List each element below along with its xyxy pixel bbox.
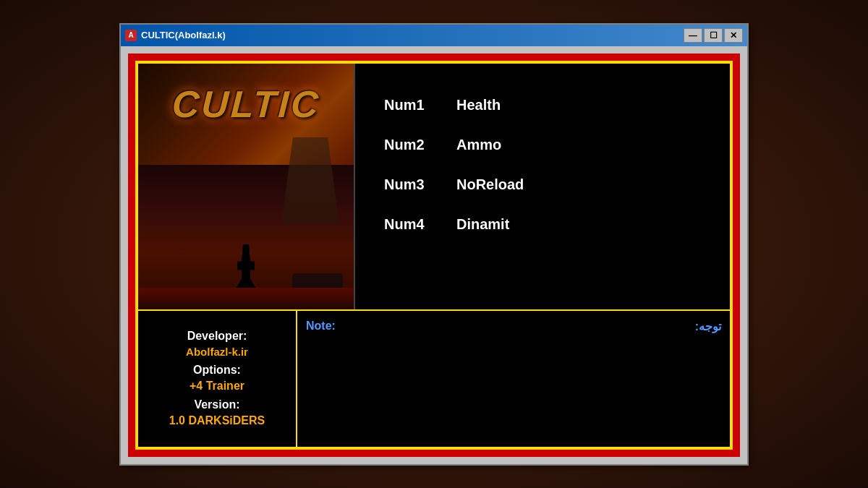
outer-border: CULTIC Num1 [128,53,740,457]
action-noreload: NoReload [456,176,524,193]
key-num4: Num4 [384,216,456,233]
note-panel: Note: توجه: [297,311,730,447]
game-logo: CULTIC [171,85,321,123]
close-button[interactable]: ✕ [724,28,743,43]
minimize-button[interactable]: — [684,28,702,43]
key-num2: Num2 [384,137,456,153]
keybinds-panel: Num1 Health Num2 Ammo Num3 NoReload Nu [355,64,730,309]
app-icon: A [125,30,137,41]
note-label-rtl: توجه: [695,320,721,333]
titlebar-controls: — ☐ ✕ [684,28,743,43]
titlebar: A CULTIC(Abolfazl.k) — ☐ ✕ [121,25,747,46]
trainer-value: +4 Trainer [190,380,244,393]
version-value: 1.0 DARKSiDERS [169,414,265,427]
note-header: Note: توجه: [306,320,721,333]
main-content: CULTIC Num1 [121,46,747,464]
bottom-section: Developer: Abolfazl-k.ir Options: +4 Tra… [138,309,730,447]
maximize-button[interactable]: ☐ [704,28,723,43]
keybind-row-3: Num3 NoReload [384,165,701,205]
titlebar-left: A CULTIC(Abolfazl.k) [125,30,226,41]
note-content [306,338,721,438]
top-panel: CULTIC Num1 [138,64,730,309]
key-num1: Num1 [384,97,456,114]
note-label: Note: [306,320,336,333]
keybind-row-1: Num1 Health [384,85,701,125]
info-panel: Developer: Abolfazl-k.ir Options: +4 Tra… [138,311,297,447]
main-window: A CULTIC(Abolfazl.k) — ☐ ✕ CULTIC [119,23,749,466]
keybind-row-4: Num4 Dinamit [384,205,701,244]
action-ammo: Ammo [456,137,501,153]
options-label: Options: [193,364,241,377]
inner-border: CULTIC Num1 [135,61,733,450]
developer-url: Abolfazl-k.ir [186,346,248,358]
keybind-row-2: Num2 Ammo [384,125,701,165]
window-title: CULTIC(Abolfazl.k) [141,30,226,40]
action-health: Health [456,97,501,114]
version-label: Version: [194,398,239,411]
game-cover-inner: CULTIC [138,64,354,309]
cover-structure [281,137,339,224]
cover-scene [138,123,354,309]
key-num3: Num3 [384,176,456,193]
action-dinamit: Dinamit [456,216,509,233]
game-cover: CULTIC [138,64,355,309]
cover-ground [138,288,354,309]
developer-label: Developer: [187,330,247,343]
